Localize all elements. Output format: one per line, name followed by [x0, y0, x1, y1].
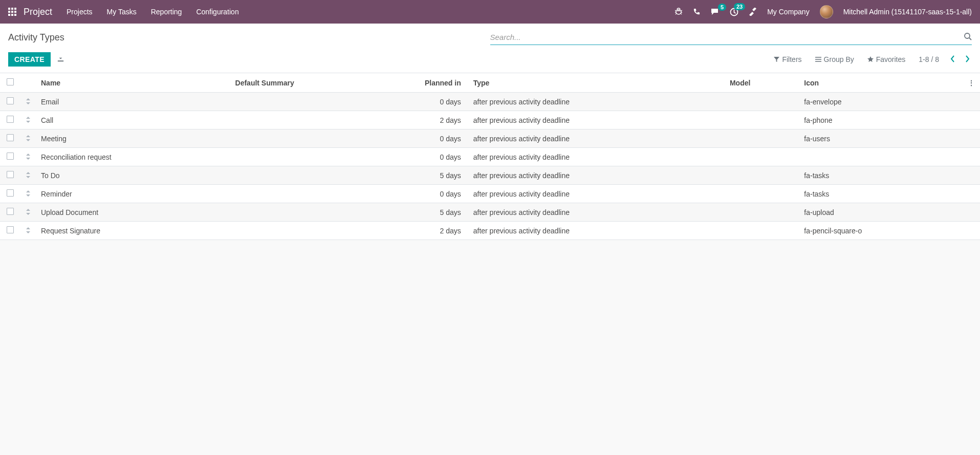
row-checkbox[interactable]	[7, 116, 14, 123]
avatar[interactable]	[820, 5, 833, 18]
filters-button[interactable]: Filters	[774, 55, 801, 63]
cell-icon: fa-users	[799, 129, 963, 148]
download-icon[interactable]	[57, 55, 64, 64]
pager-text[interactable]: 1-8 / 8	[919, 55, 943, 63]
cell-model	[725, 185, 799, 203]
tools-icon[interactable]	[749, 8, 757, 16]
col-icon[interactable]: Icon	[799, 73, 963, 93]
pager-prev-icon[interactable]	[948, 53, 957, 66]
cell-name: Email	[36, 93, 230, 111]
svg-rect-1	[11, 8, 13, 10]
row-checkbox[interactable]	[7, 189, 14, 197]
drag-handle-icon[interactable]	[20, 222, 36, 240]
row-checkbox[interactable]	[7, 153, 14, 160]
cell-name: To Do	[36, 166, 230, 185]
cell-name: Request Signature	[36, 222, 230, 240]
cell-type: after previous activity deadline	[468, 185, 725, 203]
table-row[interactable]: Meeting0 daysafter previous activity dea…	[0, 129, 980, 148]
nav-configuration[interactable]: Configuration	[196, 8, 238, 16]
activities-icon[interactable]: 23	[730, 8, 738, 16]
cell-planned-in: 5 days	[397, 166, 468, 185]
row-checkbox[interactable]	[7, 134, 14, 141]
messages-badge: 5	[718, 4, 726, 11]
control-panel: Activity Types CREATE Filters Group By F…	[0, 24, 980, 73]
cell-planned-in: 0 days	[397, 129, 468, 148]
nav-projects[interactable]: Projects	[67, 8, 93, 16]
col-name[interactable]: Name	[36, 73, 230, 93]
table-row[interactable]: Call2 daysafter previous activity deadli…	[0, 111, 980, 129]
svg-rect-7	[11, 14, 13, 16]
activities-badge: 23	[734, 3, 745, 10]
table-row[interactable]: Reconciliation request0 daysafter previo…	[0, 148, 980, 166]
select-all-checkbox[interactable]	[7, 78, 14, 85]
drag-handle-icon[interactable]	[20, 111, 36, 129]
cell-type: after previous activity deadline	[468, 166, 725, 185]
row-checkbox[interactable]	[7, 226, 14, 233]
cell-icon	[799, 148, 963, 166]
drag-handle-icon[interactable]	[20, 148, 36, 166]
create-button[interactable]: CREATE	[8, 52, 51, 67]
cell-icon: fa-tasks	[799, 166, 963, 185]
table-row[interactable]: Email0 daysafter previous activity deadl…	[0, 93, 980, 111]
drag-handle-icon[interactable]	[20, 185, 36, 203]
cell-planned-in: 0 days	[397, 148, 468, 166]
cell-planned-in: 0 days	[397, 185, 468, 203]
column-options-icon[interactable]: ⋮	[963, 73, 980, 93]
svg-rect-0	[8, 8, 10, 10]
cell-default-summary	[230, 203, 397, 222]
cell-icon: fa-tasks	[799, 185, 963, 203]
drag-handle-icon[interactable]	[20, 203, 36, 222]
row-checkbox[interactable]	[7, 208, 14, 215]
activity-types-table: Name Default Summary Planned in Type Mod…	[0, 73, 980, 240]
col-type[interactable]: Type	[468, 73, 725, 93]
cell-name: Reconciliation request	[36, 148, 230, 166]
svg-rect-6	[8, 14, 10, 16]
cell-planned-in: 2 days	[397, 111, 468, 129]
cell-icon: fa-phone	[799, 111, 963, 129]
cell-type: after previous activity deadline	[468, 203, 725, 222]
drag-handle-icon[interactable]	[20, 129, 36, 148]
cell-name: Upload Document	[36, 203, 230, 222]
phone-icon[interactable]	[693, 8, 701, 16]
svg-rect-3	[8, 11, 10, 13]
col-default-summary[interactable]: Default Summary	[230, 73, 397, 93]
col-planned-in[interactable]: Planned in	[397, 73, 468, 93]
drag-handle-icon[interactable]	[20, 93, 36, 111]
groupby-button[interactable]: Group By	[815, 55, 854, 63]
cell-planned-in: 0 days	[397, 93, 468, 111]
apps-icon[interactable]	[8, 8, 16, 16]
drag-handle-icon[interactable]	[20, 166, 36, 185]
cell-icon: fa-upload	[799, 203, 963, 222]
col-model[interactable]: Model	[725, 73, 799, 93]
messages-icon[interactable]: 5	[711, 8, 720, 16]
cell-planned-in: 2 days	[397, 222, 468, 240]
table-row[interactable]: Upload Document5 daysafter previous acti…	[0, 203, 980, 222]
cell-type: after previous activity deadline	[468, 111, 725, 129]
page-title: Activity Types	[8, 32, 64, 43]
table-row[interactable]: Request Signature2 daysafter previous ac…	[0, 222, 980, 240]
nav-reporting[interactable]: Reporting	[151, 8, 182, 16]
cell-default-summary	[230, 222, 397, 240]
table-row[interactable]: To Do5 daysafter previous activity deadl…	[0, 166, 980, 185]
cell-type: after previous activity deadline	[468, 148, 725, 166]
search-icon[interactable]	[964, 32, 972, 42]
pager-next-icon[interactable]	[963, 53, 972, 66]
cell-default-summary	[230, 148, 397, 166]
app-brand[interactable]: Project	[24, 7, 52, 17]
row-checkbox[interactable]	[7, 171, 14, 178]
row-checkbox[interactable]	[7, 97, 14, 104]
cell-default-summary	[230, 166, 397, 185]
table-row[interactable]: Reminder0 daysafter previous activity de…	[0, 185, 980, 203]
bug-icon[interactable]	[674, 8, 683, 16]
nav-my-tasks[interactable]: My Tasks	[107, 8, 137, 16]
favorites-button[interactable]: Favorites	[867, 55, 906, 63]
user-menu[interactable]: Mitchell Admin (15141107-saas-15-1-all)	[843, 8, 972, 16]
cell-default-summary	[230, 93, 397, 111]
svg-rect-4	[11, 11, 13, 13]
cell-name: Reminder	[36, 185, 230, 203]
cell-default-summary	[230, 185, 397, 203]
cell-model	[725, 111, 799, 129]
search-input[interactable]	[490, 30, 964, 45]
svg-rect-2	[14, 8, 16, 10]
company-switcher[interactable]: My Company	[767, 8, 809, 16]
